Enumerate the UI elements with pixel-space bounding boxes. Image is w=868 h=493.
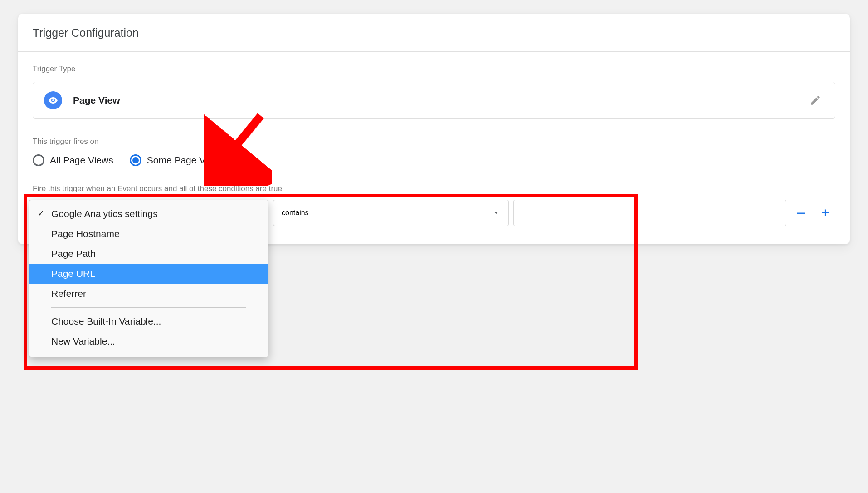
radio-some-page-views[interactable]: Some Page Views bbox=[130, 154, 224, 166]
conditions-block: Fire this trigger when an Event occurs a… bbox=[33, 184, 835, 226]
dropdown-item-page-path[interactable]: Page Path bbox=[29, 244, 268, 264]
trigger-type-label: Trigger Type bbox=[33, 64, 835, 74]
radio-label: Some Page Views bbox=[147, 155, 224, 166]
fires-on-label: This trigger fires on bbox=[33, 137, 835, 146]
operator-value: contains bbox=[282, 209, 309, 217]
dropdown-item-referrer[interactable]: Referrer bbox=[29, 284, 268, 304]
radio-all-page-views[interactable]: All Page Views bbox=[33, 154, 113, 166]
dropdown-separator bbox=[51, 307, 246, 308]
radio-icon bbox=[33, 154, 44, 166]
card-body: Trigger Type Page View This trigger fire… bbox=[18, 52, 850, 244]
dropdown-item-new-variable[interactable]: New Variable... bbox=[29, 331, 268, 351]
conditions-label: Fire this trigger when an Event occurs a… bbox=[33, 184, 835, 193]
page-view-icon bbox=[44, 91, 62, 109]
edit-trigger-type-button[interactable] bbox=[807, 92, 824, 109]
dropdown-item-page-url[interactable]: Page URL bbox=[29, 264, 268, 284]
card-header: Trigger Configuration bbox=[18, 14, 850, 52]
trigger-type-left: Page View bbox=[44, 91, 120, 109]
pencil-icon bbox=[809, 94, 821, 106]
remove-condition-button[interactable]: − bbox=[791, 203, 811, 223]
fires-on-radio-group: All Page Views Some Page Views bbox=[33, 154, 835, 166]
add-condition-button[interactable]: + bbox=[815, 203, 835, 223]
condition-value-input[interactable] bbox=[513, 200, 786, 226]
trigger-type-value: Page View bbox=[73, 95, 120, 106]
radio-icon bbox=[130, 154, 141, 166]
dropdown-item-page-hostname[interactable]: Page Hostname bbox=[29, 224, 268, 244]
radio-label: All Page Views bbox=[50, 155, 113, 166]
trigger-config-card: Trigger Configuration Trigger Type Page … bbox=[18, 14, 850, 244]
condition-operator-select[interactable]: contains bbox=[273, 200, 509, 226]
card-title: Trigger Configuration bbox=[33, 26, 835, 39]
trigger-type-row[interactable]: Page View bbox=[33, 82, 835, 119]
dropdown-item-google-analytics-settings[interactable]: Google Analytics settings bbox=[29, 204, 268, 224]
dropdown-item-choose-builtin[interactable]: Choose Built-In Variable... bbox=[29, 311, 268, 331]
variable-dropdown: Google Analytics settings Page Hostname … bbox=[29, 200, 268, 357]
chevron-down-icon bbox=[492, 209, 500, 217]
